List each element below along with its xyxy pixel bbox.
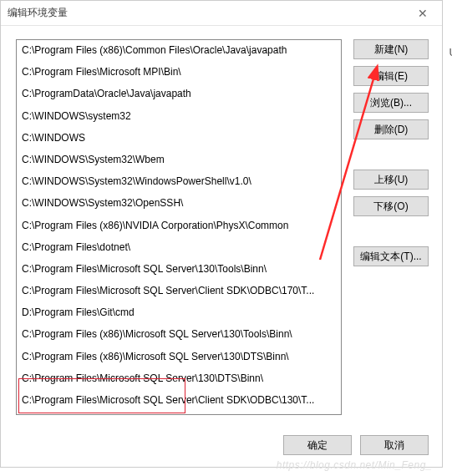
list-item[interactable]: C:\Program Files (x86)\Microsoft SQL Ser… xyxy=(17,347,341,368)
list-item[interactable]: C:\ProgramData\Oracle\Java\javapath xyxy=(17,84,341,105)
watermark-text: https://blog.csdn.net/Min_Feng_ xyxy=(277,459,432,471)
list-item[interactable]: C:\Program Files\Microsoft SQL Server\Cl… xyxy=(17,281,341,302)
list-item[interactable]: C:\WINDOWS\System32\OpenSSH\ xyxy=(17,193,341,215)
new-button[interactable]: 新建(N) xyxy=(353,39,429,59)
move-down-button[interactable]: 下移(O) xyxy=(353,196,429,216)
stray-text: U xyxy=(449,46,452,58)
list-item[interactable]: C:\WINDOWS\system32 xyxy=(17,106,341,128)
edit-button[interactable]: 编辑(E) xyxy=(353,66,429,86)
browse-button[interactable]: 浏览(B)... xyxy=(353,93,429,113)
ok-button[interactable]: 确定 xyxy=(283,435,352,455)
env-var-edit-dialog: 编辑环境变量 ✕ C:\Program Files (x86)\Common F… xyxy=(0,0,443,468)
titlebar: 编辑环境变量 ✕ xyxy=(1,1,442,26)
dialog-title: 编辑环境变量 xyxy=(8,6,410,20)
list-item[interactable]: C:\Program Files\Microsoft MPI\Bin\ xyxy=(17,62,341,84)
list-item[interactable]: C:\WINDOWS\System32\Wbem xyxy=(17,149,341,171)
list-item[interactable]: C:\Program Files (x86)\Common Files\Orac… xyxy=(17,40,341,62)
cancel-button[interactable]: 取消 xyxy=(360,435,429,455)
dialog-footer: 确定 取消 xyxy=(283,435,429,455)
close-icon[interactable]: ✕ xyxy=(410,7,435,20)
path-listbox[interactable]: C:\Program Files (x86)\Common Files\Orac… xyxy=(16,39,342,415)
spacer xyxy=(353,223,429,240)
list-item[interactable]: C:\Program Files\dotnet\ xyxy=(17,237,341,259)
move-up-button[interactable]: 上移(U) xyxy=(353,170,429,190)
list-item[interactable]: C:\Program Files\Microsoft SQL Server\Cl… xyxy=(17,390,341,412)
delete-button[interactable]: 删除(D) xyxy=(353,119,429,139)
list-item[interactable]: D:\Program Files\Git\cmd xyxy=(17,302,341,324)
list-item[interactable]: C:\WINDOWS\System32\WindowsPowerShell\v1… xyxy=(17,171,341,193)
spacer xyxy=(353,146,429,163)
button-sidebar: 新建(N) 编辑(E) 浏览(B)... 删除(D) 上移(U) 下移(O) 编… xyxy=(353,39,429,415)
list-item[interactable]: C:\Program Files\Microsoft SQL Server\13… xyxy=(17,368,341,390)
list-item[interactable]: C:\Program Files (x86)\NVIDIA Corporatio… xyxy=(17,215,341,237)
edit-text-button[interactable]: 编辑文本(T)... xyxy=(353,246,429,266)
list-item[interactable]: C:\Program Files (x86)\Microsoft SQL Ser… xyxy=(17,324,341,346)
content-area: C:\Program Files (x86)\Common Files\Orac… xyxy=(1,26,442,422)
list-item[interactable]: C:\WINDOWS xyxy=(17,128,341,149)
list-item[interactable]: C:\Program Files\Microsoft SQL Server\13… xyxy=(17,259,341,281)
list-item[interactable]: C:\Program Files (x86)\Microsoft SQL Ser… xyxy=(17,412,341,415)
